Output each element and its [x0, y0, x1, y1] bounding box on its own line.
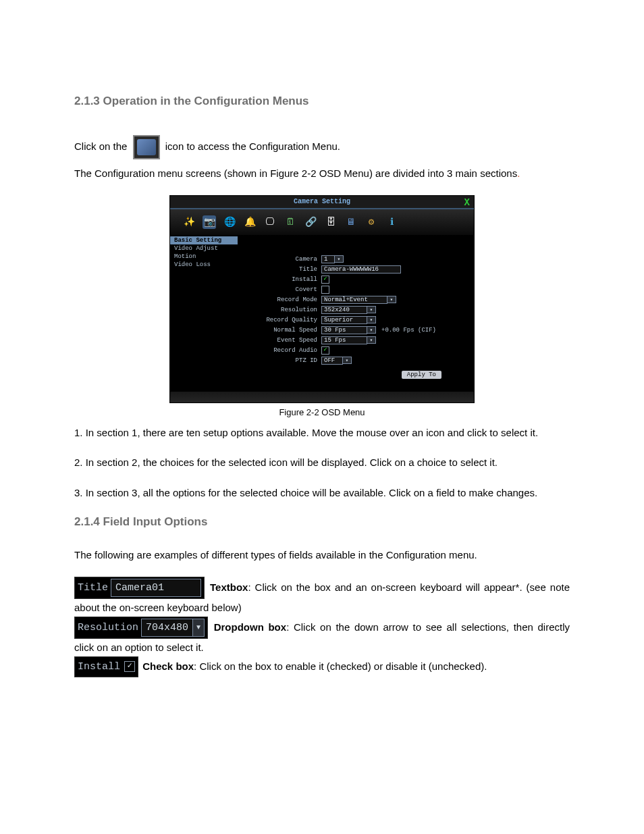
checkbox-record-audio[interactable]: ✓	[321, 346, 329, 355]
label-record-quality: Record Quality	[243, 317, 321, 323]
sidebar-item-motion[interactable]: Motion	[170, 253, 238, 261]
osd-main: Camera 1▾ Title Camera-WWWWWW16 Install …	[238, 236, 474, 391]
dot: .	[517, 167, 520, 179]
apply-to-button[interactable]: Apply To	[402, 371, 441, 379]
checkbox-install[interactable]: ✓	[321, 276, 329, 284]
term-checkbox: Check box	[142, 660, 194, 671]
field-resolution[interactable]: 352x240▾	[321, 306, 376, 314]
list-item-2: 2. In section 2, the choices for the sel…	[74, 455, 570, 471]
label-install: Install	[243, 276, 321, 283]
text-intro2: The Configuration menu screens (shown in…	[74, 167, 517, 179]
label-normal-speed: Normal Speed	[243, 327, 321, 334]
display-icon[interactable]: 🖵	[263, 215, 277, 229]
label-ptz-id: PTZ ID	[243, 357, 321, 364]
osd-window: Camera Setting X ✨ 📷 🌐 🔔 🖵 🗓 🔗 🗄 🖥 ⚙ ℹ B…	[169, 195, 475, 403]
sidebar-item-video-adjust[interactable]: Video Adjust	[170, 244, 238, 253]
text-checkbox-desc: : Click on the box to enable it (checked…	[194, 660, 487, 671]
list-item-1: 1. In section 1, there are ten setup opt…	[74, 425, 570, 441]
example-checkbox-box[interactable]: ✓	[124, 661, 135, 672]
gear-icon[interactable]: ⚙	[365, 215, 378, 229]
info-icon[interactable]: ℹ	[385, 215, 398, 229]
close-icon[interactable]: X	[464, 197, 470, 209]
example-dropdown-label: Resolution	[78, 619, 138, 637]
wand-icon[interactable]: ✨	[182, 215, 196, 229]
checkbox-covert[interactable]	[321, 286, 329, 294]
storage-icon[interactable]: 🗄	[324, 215, 338, 229]
example-textbox: Title Camera01	[74, 577, 205, 600]
config-menu-icon	[133, 135, 160, 159]
example-checkbox-label: Install	[78, 658, 120, 676]
text-click-post: icon to access the Configuration Menu.	[165, 140, 340, 152]
chevron-down-icon[interactable]: ▾	[192, 619, 205, 637]
bell-icon[interactable]: 🔔	[243, 215, 257, 229]
sidebar-item-video-loss[interactable]: Video Loss	[170, 261, 238, 269]
osd-title: Camera Setting	[294, 198, 350, 205]
example-checkbox: Install ✓	[74, 656, 138, 678]
heading-214: 2.1.4 Field Input Options	[74, 515, 570, 529]
label-event-speed: Event Speed	[243, 337, 321, 344]
list-item-3: 3. In section 3, all the options for the…	[74, 486, 570, 501]
label-camera: Camera	[243, 256, 321, 263]
osd-toolbar: ✨ 📷 🌐 🔔 🖵 🗓 🔗 🗄 🖥 ⚙ ℹ	[170, 209, 474, 236]
label-record-audio: Record Audio	[243, 347, 321, 354]
osd-sidebar: Basic Setting Video Adjust Motion Video …	[170, 236, 238, 391]
field-intro: The following are examples of different …	[74, 548, 570, 563]
field-ptz-id[interactable]: OFF▾	[321, 357, 352, 365]
example-dropdown: Resolution 704x480 ▾	[74, 617, 208, 640]
field-camera[interactable]: 1▾	[321, 255, 344, 263]
term-dropdown: Dropdown box	[214, 621, 286, 632]
field-normal-speed[interactable]: 30 Fps▾	[321, 326, 376, 334]
monitor-icon[interactable]: 🖥	[344, 215, 358, 229]
field-title[interactable]: Camera-WWWWWW16	[321, 265, 401, 273]
label-record-mode: Record Mode	[243, 296, 321, 303]
schedule-icon[interactable]: 🗓	[284, 215, 297, 229]
label-covert: Covert	[243, 286, 321, 293]
field-record-quality[interactable]: Superior▾	[321, 316, 376, 324]
field-record-mode[interactable]: Normal+Event▾	[321, 296, 396, 304]
globe-icon[interactable]: 🌐	[223, 215, 236, 229]
heading-213: 2.1.3 Operation in the Configuration Men…	[74, 95, 570, 108]
text-click-pre: Click on the	[74, 140, 130, 152]
camera-icon[interactable]: 📷	[203, 215, 216, 229]
figure-caption: Figure 2-2 OSD Menu	[74, 407, 570, 417]
label-title: Title	[243, 266, 321, 273]
osd-footer	[170, 391, 474, 402]
field-event-speed[interactable]: 15 Fps▾	[321, 336, 376, 344]
network-icon[interactable]: 🔗	[304, 215, 317, 229]
term-textbox: Textbox	[210, 581, 248, 592]
example-textbox-value[interactable]: Camera01	[111, 579, 201, 598]
label-resolution: Resolution	[243, 307, 321, 313]
example-textbox-label: Title	[78, 579, 108, 597]
text-cif: +0.00 Fps (CIF)	[381, 327, 436, 334]
sidebar-item-basic[interactable]: Basic Setting	[170, 236, 238, 244]
example-dropdown-value[interactable]: 704x480	[141, 619, 193, 637]
